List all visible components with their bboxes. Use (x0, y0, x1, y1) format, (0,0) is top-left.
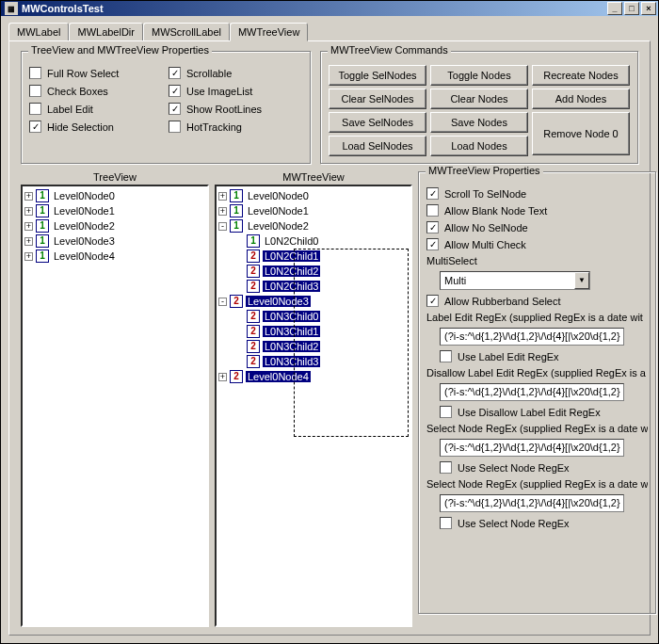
expand-icon[interactable]: + (24, 222, 33, 231)
node-label[interactable]: Level0Node4 (246, 371, 311, 382)
collapse-icon[interactable]: - (218, 298, 227, 306)
checkbox-box[interactable] (440, 461, 452, 474)
button-clear-selnodes[interactable]: Clear SelNodes (329, 89, 426, 109)
checkbox-box[interactable] (29, 121, 41, 133)
checkbox-label-edit[interactable]: Label Edit (29, 103, 163, 115)
checkbox-use-disallow-label-edit-regex[interactable]: Use Disallow Label Edit RegEx (440, 406, 648, 418)
checkbox-box[interactable] (29, 67, 41, 79)
checkbox-full-row-select[interactable]: Full Row Select (29, 67, 163, 79)
checkbox-box[interactable] (440, 406, 452, 418)
checkbox-box[interactable] (426, 221, 439, 233)
tree-node[interactable]: +1Level0Node3 (24, 233, 205, 249)
tab-mwtreeview[interactable]: MWTreeView (230, 23, 308, 41)
checkbox-box[interactable] (426, 295, 439, 307)
node-label[interactable]: Level0Node1 (246, 205, 311, 217)
maximize-button[interactable]: □ (624, 2, 639, 15)
checkbox-box[interactable] (426, 187, 439, 200)
minimize-button[interactable]: _ (607, 2, 622, 15)
button-add-nodes[interactable]: Add Nodes (532, 89, 630, 109)
tree-node[interactable]: +1Level0Node0 (24, 188, 205, 203)
node-label[interactable]: L0N3Child2 (263, 341, 320, 352)
chevron-down-icon[interactable]: ▼ (574, 272, 589, 289)
tree-node[interactable]: 2L0N3Child3 (218, 354, 409, 369)
node-label[interactable]: L0N3Child3 (263, 356, 320, 367)
close-button[interactable]: × (641, 2, 656, 15)
node-label[interactable]: L0N2Child3 (263, 281, 320, 292)
tree-node[interactable]: 2L0N3Child2 (218, 339, 409, 354)
checkbox-show-rootlines[interactable]: Show RootLines (169, 103, 302, 115)
checkbox-allow-no-selnode[interactable]: Allow No SelNode (426, 221, 648, 233)
checkbox-allow-rubberband-select[interactable]: Allow Rubberband Select (426, 295, 648, 307)
tab-mwlabeldir[interactable]: MWLabelDir (69, 23, 143, 40)
expand-icon[interactable]: + (24, 237, 33, 246)
tree-node[interactable]: -1Level0Node2 (218, 218, 409, 233)
tree-node[interactable]: 2L0N2Child1 (218, 249, 409, 264)
expand-icon[interactable]: + (24, 252, 33, 261)
tree-node[interactable]: 2L0N2Child3 (218, 279, 409, 294)
checkbox-scroll-to-selnode[interactable]: Scroll To SelNode (426, 187, 648, 200)
button-remove-node-0[interactable]: Remove Node 0 (532, 112, 630, 155)
checkbox-use-imagelist[interactable]: Use ImageList (169, 85, 302, 97)
multiselect-combo[interactable]: Multi▼ (440, 271, 590, 290)
checkbox-box[interactable] (169, 85, 181, 97)
node-label[interactable]: L0N2Child2 (263, 266, 320, 277)
checkbox-hottracking[interactable]: HotTracking (169, 121, 302, 133)
button-toggle-nodes[interactable]: Toggle Nodes (430, 65, 528, 86)
regex-input[interactable]: (?i-s:^\d{1,2}\/\d{1,2}\/\d{4}[|\x20\d{1… (440, 494, 624, 512)
node-label[interactable]: L0N3Child0 (263, 311, 320, 322)
checkbox-check-boxes[interactable]: Check Boxes (29, 85, 163, 97)
tree-node[interactable]: -2Level0Node3 (218, 294, 409, 309)
tree-node[interactable]: +1Level0Node4 (24, 249, 205, 264)
button-save-selnodes[interactable]: Save SelNodes (329, 112, 426, 133)
regex-input[interactable]: (?i-s:^\d{1,2}\/\d{1,2}\/\d{4}[|\x20\d{1… (440, 383, 624, 401)
checkbox-box[interactable] (426, 204, 439, 217)
treeview-left[interactable]: +1Level0Node0+1Level0Node1+1Level0Node2+… (21, 185, 209, 627)
node-label[interactable]: Level0Node1 (52, 205, 117, 217)
tree-node[interactable]: 2L0N2Child2 (218, 264, 409, 279)
checkbox-use-label-edit-regex[interactable]: Use Label Edit RegEx (440, 350, 648, 362)
node-label[interactable]: Level0Node4 (52, 250, 117, 262)
tree-node[interactable]: 1L0N2Child0 (218, 233, 409, 249)
checkbox-use-select-node-regex[interactable]: Use Select Node RegEx (440, 461, 648, 474)
button-save-nodes[interactable]: Save Nodes (430, 112, 528, 133)
checkbox-allow-blank-node-text[interactable]: Allow Blank Node Text (426, 204, 648, 217)
tree-node[interactable]: 2L0N3Child1 (218, 324, 409, 339)
node-label[interactable]: Level0Node0 (246, 190, 311, 201)
collapse-icon[interactable]: - (218, 222, 227, 231)
checkbox-box[interactable] (440, 517, 452, 529)
regex-input[interactable]: (?i-s:^\d{1,2}\/\d{1,2}\/\d{4}[|\x20\d{1… (440, 328, 624, 346)
tab-mwscrolllabel[interactable]: MWScrollLabel (143, 23, 230, 40)
tab-mwlabel[interactable]: MWLabel (8, 23, 69, 40)
node-label[interactable]: Level0Node0 (52, 190, 117, 201)
checkbox-box[interactable] (29, 103, 41, 115)
node-label[interactable]: Level0Node3 (246, 296, 311, 307)
expand-icon[interactable]: + (218, 207, 227, 216)
regex-input[interactable]: (?i-s:^\d{1,2}\/\d{1,2}\/\d{4}[|\x20\d{1… (440, 439, 624, 457)
button-load-nodes[interactable]: Load Nodes (430, 136, 528, 156)
checkbox-hide-selection[interactable]: Hide Selection (29, 121, 163, 133)
tree-node[interactable]: +1Level0Node1 (218, 203, 409, 218)
button-load-selnodes[interactable]: Load SelNodes (329, 136, 426, 156)
expand-icon[interactable]: + (24, 192, 33, 201)
checkbox-box[interactable] (426, 238, 439, 250)
tree-node[interactable]: +2Level0Node4 (218, 369, 409, 384)
tree-node[interactable]: +1Level0Node1 (24, 203, 205, 218)
checkbox-box[interactable] (169, 121, 181, 133)
checkbox-scrollable[interactable]: Scrollable (169, 67, 302, 79)
button-toggle-selnodes[interactable]: Toggle SelNodes (329, 65, 426, 86)
node-label[interactable]: L0N3Child1 (263, 326, 320, 337)
checkbox-box[interactable] (169, 67, 181, 79)
node-label[interactable]: Level0Node2 (52, 220, 117, 232)
checkbox-use-select-node-regex[interactable]: Use Select Node RegEx (440, 517, 648, 529)
checkbox-box[interactable] (169, 103, 181, 115)
checkbox-box[interactable] (440, 350, 452, 362)
button-recreate-nodes[interactable]: Recreate Nodes (532, 65, 630, 86)
node-label[interactable]: Level0Node2 (246, 220, 311, 232)
expand-icon[interactable]: + (24, 207, 33, 216)
expand-icon[interactable]: + (218, 373, 227, 381)
treeview-right[interactable]: +1Level0Node0+1Level0Node1-1Level0Node21… (215, 185, 412, 627)
node-label[interactable]: L0N2Child0 (263, 235, 320, 247)
checkbox-allow-multi-check[interactable]: Allow Multi Check (426, 238, 648, 250)
node-label[interactable]: L0N2Child1 (263, 250, 320, 262)
tree-node[interactable]: 2L0N3Child0 (218, 309, 409, 324)
